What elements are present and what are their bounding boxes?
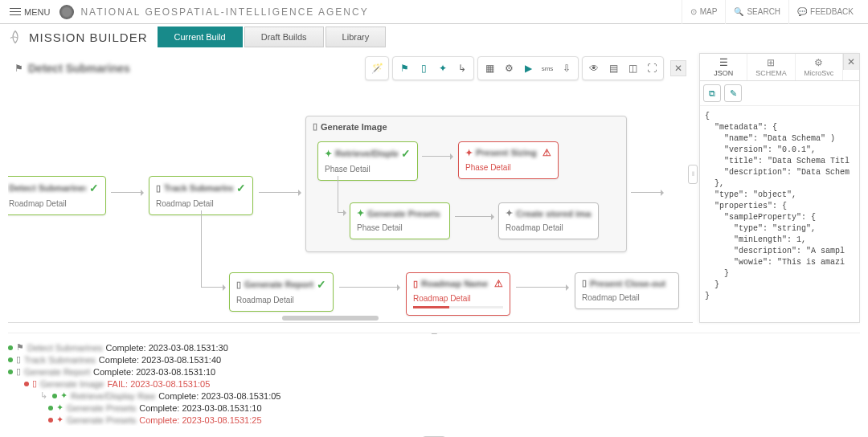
sms-icon[interactable]: sms — [538, 59, 557, 78]
add-map-icon[interactable]: ▯ — [414, 59, 433, 78]
log-name: Retrieve/Display Raw — [71, 391, 155, 401]
grid-icon[interactable]: ▦ — [480, 59, 499, 78]
layout-icon[interactable]: ▤ — [604, 59, 623, 78]
side-tab-schema[interactable]: ⊞SCHEMA — [747, 54, 795, 80]
log-status: Complete: 2023-03-08.1531:10 — [139, 403, 261, 413]
agency-logo — [59, 5, 74, 19]
log-status: Complete: 2023-03-08.1531:40 — [99, 355, 221, 365]
map-icon: ▯ — [236, 280, 241, 290]
map-icon: ▯ — [582, 278, 587, 288]
map-icon: ▯ — [413, 279, 418, 289]
copy-icon[interactable]: ⧉ — [703, 84, 721, 102]
canvas[interactable]: ▯Generate Image Detect Submarines✓ Roadm… — [8, 84, 693, 323]
feedback-button[interactable]: 💬 FEEDBACK — [788, 0, 862, 24]
log-name: Generate Image — [40, 379, 104, 389]
add-puzzle-icon[interactable]: ✦ — [433, 59, 452, 78]
log-status: FAIL: 2023-03-08.1531:05 — [108, 379, 211, 389]
side-resize-handle[interactable]: ⦀ — [688, 165, 698, 184]
node-generate-presets[interactable]: ✦Generate Presets Phase Detail — [350, 202, 450, 239]
log-line[interactable]: ✦Generate PresetsComplete: 2023-03-08.15… — [8, 414, 860, 426]
map-icon: ▯ — [16, 354, 21, 365]
status-dot — [48, 406, 53, 410]
hook-icon: ↳ — [40, 390, 47, 401]
search-icon: 🔍 — [734, 7, 743, 16]
node-generate-report[interactable]: ▯Generate Report✓ Roadmap Detail — [229, 272, 334, 312]
puzzle-icon: ✦ — [56, 402, 63, 413]
node-detect-submarines[interactable]: Detect Submarines✓ Roadmap Detail — [8, 176, 106, 215]
log-name: Track Submarines — [24, 355, 96, 365]
log-name: Generate Report — [24, 367, 90, 377]
gear-icon[interactable]: ⚙ — [499, 59, 518, 78]
chat-icon: 💬 — [797, 7, 807, 16]
canvas-header: ⚑ Detect Submarines 🪄 ⚑ ▯ ✦ ↳ ▦ ⚙ ▶ — [8, 53, 693, 84]
search-button[interactable]: 🔍 SEARCH — [725, 0, 788, 24]
log-line[interactable]: ▯Generate ReportComplete: 2023-03-08.153… — [8, 366, 860, 378]
node-create-stored[interactable]: ✦Create stored images Roadmap Detail — [498, 202, 599, 239]
menu-label: MENU — [24, 7, 50, 17]
map-icon: ▯ — [32, 378, 37, 389]
fullscreen-icon[interactable]: ⛶ — [642, 59, 661, 78]
node-present-closeout[interactable]: ▯Present Close-out Roadmap Detail — [575, 272, 679, 309]
tab-library[interactable]: Library — [326, 27, 387, 47]
log-status: Complete: 2023-03-08.1531:25 — [139, 415, 261, 425]
check-icon: ✓ — [236, 182, 246, 194]
map-icon: ▯ — [156, 183, 161, 194]
wand-icon[interactable]: 🪄 — [367, 59, 387, 78]
check-icon: ✓ — [401, 147, 411, 160]
log-status: Complete: 2023-03-08.1531:05 — [158, 391, 280, 401]
edit-icon[interactable]: ✎ — [724, 84, 742, 102]
status-dot — [8, 370, 13, 374]
menu-button[interactable]: MENU — [6, 4, 53, 20]
tab-draft-builds[interactable]: Draft Builds — [244, 27, 324, 47]
status-dot — [24, 382, 29, 386]
status-dot — [8, 345, 13, 350]
log-line[interactable]: ▯Generate ImageFAIL: 2023-03-08.1531:05 — [8, 378, 860, 390]
map-icon: ▯ — [16, 366, 21, 377]
download-icon[interactable]: ⇩ — [557, 59, 576, 78]
close-side-icon[interactable]: ✕ — [843, 54, 859, 70]
puzzle-icon: ✦ — [325, 149, 332, 159]
node-retrieve-display[interactable]: ✦Retrieve/Display Raw✓ Phase Detail — [317, 141, 418, 181]
map-icon: ▯ — [313, 121, 317, 132]
titlebar: MISSION BUILDER Current Build Draft Buil… — [0, 24, 868, 50]
add-flag-icon[interactable]: ⚑ — [395, 59, 414, 78]
log-line[interactable]: ↳✦Retrieve/Display RawComplete: 2023-03-… — [8, 390, 860, 402]
log-line[interactable]: ✦Generate PresetsComplete: 2023-03-08.15… — [8, 402, 860, 414]
flag-icon: ⚑ — [16, 342, 24, 353]
warning-icon: ⚠ — [494, 278, 503, 289]
node-present-sizing[interactable]: ✦Present Sizing UI⚠ Phase Detail — [458, 141, 559, 179]
warning-icon: ⚠ — [542, 147, 551, 158]
redo-icon[interactable]: ↳ — [452, 59, 472, 78]
rocket-icon — [8, 30, 29, 44]
node-track-submarines[interactable]: ▯Track Submarines✓ Roadmap Detail — [149, 176, 253, 215]
eye-icon[interactable]: 👁 — [584, 59, 604, 78]
node-roadmap-name[interactable]: ▯Roadmap Name⚠ Roadmap Detail — [406, 272, 510, 316]
status-dot — [48, 418, 53, 423]
puzzle-icon: ✦ — [56, 415, 63, 425]
check-icon: ✓ — [89, 182, 99, 194]
check-icon: ✓ — [317, 278, 326, 291]
log-panel[interactable]: ⚑Detect SubmarinesComplete: 2023-03-08.1… — [8, 333, 860, 426]
log-line[interactable]: ▯Track SubmarinesComplete: 2023-03-08.15… — [8, 353, 860, 366]
split-icon[interactable]: ◫ — [623, 59, 642, 78]
microsvc-icon: ⚙ — [796, 57, 842, 68]
close-canvas-icon[interactable]: ✕ — [670, 60, 686, 76]
status-dot — [52, 394, 57, 398]
log-line[interactable]: ⚑Detect SubmarinesComplete: 2023-03-08.1… — [8, 341, 860, 353]
log-status: Complete: 2023-03-08.1531:10 — [93, 367, 215, 377]
json-content[interactable]: { "metadata": { "name": "Data Schema" ) … — [700, 106, 859, 322]
map-button[interactable]: ⊙ MAP — [682, 0, 726, 24]
flag-icon: ⚑ — [14, 63, 23, 74]
page-title: MISSION BUILDER — [29, 31, 148, 44]
log-status: Complete: 2023-03-08.1531:30 — [106, 343, 228, 353]
side-panel: ☰JSON ⊞SCHEMA ⚙MicroSvc ✕ ⧉ ✎ { "metadat… — [699, 53, 860, 323]
tab-current-build[interactable]: Current Build — [158, 27, 243, 47]
side-tab-json[interactable]: ☰JSON — [700, 54, 747, 80]
scrollbar-horizontal[interactable] — [282, 316, 379, 321]
side-tab-microsvc[interactable]: ⚙MicroSvc — [796, 54, 843, 80]
play-icon[interactable]: ▶ — [518, 59, 538, 78]
json-icon: ☰ — [700, 57, 747, 68]
agency-name: NATIONAL GEOSPATIAL-INTELLIGENCE AGENCY — [80, 6, 368, 18]
canvas-toolbar: 🪄 ⚑ ▯ ✦ ↳ ▦ ⚙ ▶ sms ⇩ 👁 ▤ — [365, 56, 664, 80]
puzzle-icon: ✦ — [465, 148, 473, 158]
